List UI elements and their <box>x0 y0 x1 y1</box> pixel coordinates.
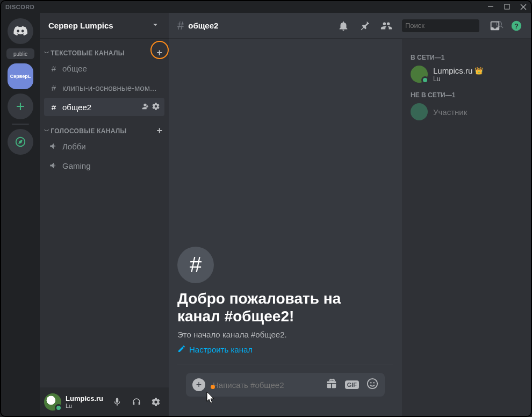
members-group-offline: НЕ В СЕТИ—1 <box>406 85 527 101</box>
edit-channel-label: Настроить канал <box>189 345 253 354</box>
divider <box>177 364 393 364</box>
chat-header: # общее2 ? <box>169 13 531 39</box>
chevron-down-icon <box>150 20 160 32</box>
server-name: Сервер Lumpics <box>48 21 150 30</box>
welcome-subtitle: Это начало канала #общее2. <box>177 330 393 339</box>
search-input[interactable] <box>405 21 495 30</box>
add-text-channel-button[interactable]: + <box>155 47 164 59</box>
current-user-status: Lu <box>66 402 109 409</box>
welcome-title: Добро пожаловать на канал #общее2! <box>177 290 393 326</box>
text-channel-active[interactable]: # общее2 <box>44 98 164 116</box>
hash-icon: # <box>48 64 59 73</box>
channel-sidebar: Сервер Lumpics ﹀ ТЕКСТОВЫЕ КАНАЛЫ + # об… <box>40 13 169 416</box>
emoji-button[interactable] <box>366 378 378 392</box>
messages-pane: # Добро пожаловать на канал #общее2! Это… <box>169 39 402 416</box>
add-voice-channel-button[interactable]: + <box>155 125 164 136</box>
guild-server-lumpics[interactable]: СерверL <box>8 63 33 89</box>
annotation-dot <box>211 385 215 389</box>
chevron-down-icon: ﹀ <box>44 49 49 57</box>
mute-button[interactable] <box>109 393 126 411</box>
window-close-button[interactable] <box>520 1 527 13</box>
user-settings-button[interactable] <box>147 393 164 411</box>
category-label: ГОЛОСОВЫЕ КАНАЛЫ <box>51 127 155 135</box>
channel-name: общее <box>62 64 160 73</box>
svg-point-5 <box>370 382 372 383</box>
avatar <box>411 103 428 120</box>
pin-button[interactable] <box>359 20 371 32</box>
channel-name: Gaming <box>62 161 160 170</box>
hash-icon: # <box>48 103 59 112</box>
edit-channel-link[interactable]: Настроить канал <box>177 344 253 355</box>
message-input[interactable] <box>213 380 318 390</box>
channel-name: общее2 <box>62 103 141 112</box>
guild-folder-public[interactable]: public <box>6 48 34 59</box>
home-button[interactable] <box>8 18 33 44</box>
notifications-button[interactable] <box>337 20 349 32</box>
chat-area: # общее2 ? # Добро пожалова <box>169 13 531 416</box>
add-server-button[interactable]: + <box>8 94 33 119</box>
deafen-button[interactable] <box>128 393 145 411</box>
inbox-button[interactable] <box>489 20 501 32</box>
svg-rect-1 <box>505 4 509 9</box>
window-maximize-button[interactable] <box>504 1 511 13</box>
channel-name: клипы-и-основные-мом... <box>62 83 160 92</box>
voice-channel[interactable]: Лобби <box>44 137 164 155</box>
speaker-icon <box>48 161 59 170</box>
member-row[interactable]: Участник <box>406 101 527 123</box>
member-activity: Lu <box>433 75 483 83</box>
pencil-icon <box>177 344 186 355</box>
speaker-icon <box>48 141 59 151</box>
voice-channel[interactable]: Gaming <box>44 156 164 175</box>
gif-button[interactable]: GIF <box>345 380 359 389</box>
member-name: Участник <box>433 107 467 117</box>
message-composer[interactable]: + GIF <box>186 373 385 397</box>
window-titlebar: DISCORD <box>1 1 531 13</box>
gift-button[interactable] <box>326 378 337 392</box>
members-group-online: В СЕТИ—1 <box>406 47 527 63</box>
members-panel: В СЕТИ—1 Lumpics.ru 👑 Lu НЕ В СЕТИ—1 Уча… <box>402 39 531 416</box>
current-user-name: Lumpics.ru <box>66 394 109 402</box>
chevron-down-icon: ﹀ <box>44 127 49 135</box>
explore-servers-button[interactable] <box>8 129 33 155</box>
attach-button[interactable]: + <box>192 378 205 391</box>
hash-icon: # <box>48 83 59 92</box>
svg-text:?: ? <box>514 21 519 30</box>
gear-icon[interactable] <box>152 102 160 112</box>
svg-point-6 <box>373 382 375 383</box>
text-channel[interactable]: # общее <box>44 59 164 77</box>
hash-icon: # <box>177 19 184 33</box>
channel-welcome: # Добро пожаловать на канал #общее2! Это… <box>177 247 393 355</box>
guild-divider <box>12 124 29 125</box>
svg-point-4 <box>368 378 377 388</box>
status-online-icon <box>55 404 62 412</box>
channel-name: Лобби <box>62 142 160 151</box>
window-minimize-button[interactable] <box>488 1 494 13</box>
hash-icon: # <box>177 247 214 283</box>
category-voice-channels[interactable]: ﹀ ГОЛОСОВЫЕ КАНАЛЫ + <box>40 117 169 136</box>
text-channel[interactable]: # клипы-и-основные-мом... <box>44 78 164 97</box>
member-name: Lumpics.ru 👑 <box>433 66 483 75</box>
guilds-bar: public СерверL + <box>1 13 40 416</box>
search-box[interactable] <box>402 19 479 32</box>
help-button[interactable]: ? <box>511 20 522 32</box>
members-toggle-button[interactable] <box>380 20 392 32</box>
category-text-channels[interactable]: ﹀ ТЕКСТОВЫЕ КАНАЛЫ + <box>40 39 169 59</box>
avatar <box>411 66 428 83</box>
svg-rect-0 <box>488 6 493 7</box>
invite-icon[interactable] <box>141 102 149 112</box>
member-row[interactable]: Lumpics.ru 👑 Lu <box>406 63 527 85</box>
status-online-icon <box>421 76 429 84</box>
chat-channel-title: общее2 <box>188 21 337 30</box>
server-header[interactable]: Сервер Lumpics <box>40 13 169 39</box>
crown-icon: 👑 <box>475 67 483 75</box>
user-panel: Lumpics.ru Lu <box>40 387 169 416</box>
app-brand: DISCORD <box>5 4 34 10</box>
category-label: ТЕКСТОВЫЕ КАНАЛЫ <box>51 49 155 57</box>
